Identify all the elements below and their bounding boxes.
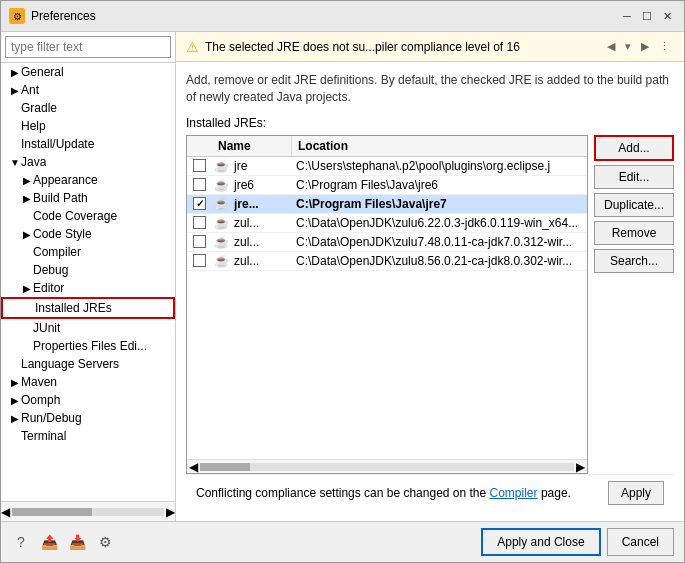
sidebar-item-gradle[interactable]: Gradle xyxy=(1,99,175,117)
checkbox-unchecked[interactable] xyxy=(193,178,206,191)
sidebar-item-help[interactable]: Help xyxy=(1,117,175,135)
add-jre-button[interactable]: Add... xyxy=(594,135,674,161)
jre-location: C:\Users\stephana\.p2\pool\plugins\org.e… xyxy=(292,157,587,175)
table-row[interactable]: ☕ jre6 C:\Program Files\Java\jre6 xyxy=(187,176,587,195)
sidebar-item-maven[interactable]: ▶ Maven xyxy=(1,373,175,391)
sidebar-item-label: Code Style xyxy=(33,227,92,241)
table-row[interactable]: ☕ zul... C:\Data\OpenJDK\zulu7.48.0.11-c… xyxy=(187,233,587,252)
row-checkbox[interactable] xyxy=(187,176,212,193)
sidebar-item-debug[interactable]: Debug xyxy=(1,261,175,279)
sidebar-item-label: Ant xyxy=(21,83,39,97)
compiler-link[interactable]: Compiler xyxy=(490,486,538,500)
jre-table: Name Location ☕ jre C:\Users\stephana\.p… xyxy=(186,135,588,474)
close-button[interactable]: ✕ xyxy=(658,7,676,25)
sidebar-item-java[interactable]: ▼ Java xyxy=(1,153,175,171)
sidebar-item-install-update[interactable]: Install/Update xyxy=(1,135,175,153)
checkbox-unchecked[interactable] xyxy=(193,235,206,248)
checkbox-unchecked[interactable] xyxy=(193,254,206,267)
title-bar-left: ⚙ Preferences xyxy=(9,8,96,24)
jre-table-header: Name Location xyxy=(187,136,587,157)
sidebar-item-compiler[interactable]: Compiler xyxy=(1,243,175,261)
nav-forward-button[interactable]: ▶ xyxy=(637,38,653,55)
bottom-left-icons: ? 📤 📥 ⚙ xyxy=(11,532,115,552)
sidebar-item-oomph[interactable]: ▶ Oomph xyxy=(1,391,175,409)
row-checkbox[interactable] xyxy=(187,157,212,174)
apply-button[interactable]: Apply xyxy=(608,481,664,505)
edit-jre-button[interactable]: Edit... xyxy=(594,165,674,189)
sidebar-item-properties-files[interactable]: Properties Files Edi... xyxy=(1,337,175,355)
filter-box xyxy=(1,32,175,63)
checkbox-checked[interactable]: ✓ xyxy=(193,197,206,210)
expand-arrow: ▶ xyxy=(21,229,33,240)
compliance-pre: Conflicting compliance settings can be c… xyxy=(196,486,490,500)
expand-arrow: ▶ xyxy=(9,395,21,406)
checkbox-unchecked[interactable] xyxy=(193,159,206,172)
jre-name: zul... xyxy=(230,252,292,270)
duplicate-jre-button[interactable]: Duplicate... xyxy=(594,193,674,217)
export-button[interactable]: 📤 xyxy=(39,532,59,552)
jre-icon: ☕ xyxy=(212,178,230,192)
jre-section: Installed JREs: Name Location xyxy=(186,116,674,474)
expand-arrow: ▼ xyxy=(9,157,21,168)
sidebar-item-installed-jres[interactable]: Installed JREs xyxy=(1,297,175,319)
filter-input[interactable] xyxy=(5,36,171,58)
sidebar-item-label: Java xyxy=(21,155,46,169)
sidebar-item-language-servers[interactable]: Language Servers xyxy=(1,355,175,373)
settings-button[interactable]: ⚙ xyxy=(95,532,115,552)
table-row[interactable]: ☕ zul... C:\Data\OpenJDK\zulu8.56.0.21-c… xyxy=(187,252,587,271)
nav-menu-button[interactable]: ▾ xyxy=(621,38,635,55)
jre-location: C:\Data\OpenJDK\zulu8.56.0.21-ca-jdk8.0.… xyxy=(292,252,587,270)
apply-and-close-button[interactable]: Apply and Close xyxy=(481,528,600,556)
nav-options-button[interactable]: ⋮ xyxy=(655,38,674,55)
help-button[interactable]: ? xyxy=(11,532,31,552)
nav-back-button[interactable]: ◀ xyxy=(603,38,619,55)
scroll-left-icon[interactable]: ◀ xyxy=(187,460,200,474)
maximize-button[interactable]: ☐ xyxy=(638,7,656,25)
title-buttons: ─ ☐ ✕ xyxy=(618,7,676,25)
cancel-button[interactable]: Cancel xyxy=(607,528,674,556)
minimize-button[interactable]: ─ xyxy=(618,7,636,25)
warning-text: The selected JRE does not su...piler com… xyxy=(205,40,597,54)
row-checkbox[interactable]: ✓ xyxy=(187,195,212,212)
sidebar-item-label: Maven xyxy=(21,375,57,389)
sidebar-item-build-path[interactable]: ▶ Build Path xyxy=(1,189,175,207)
scroll-right-icon[interactable]: ▶ xyxy=(166,505,175,519)
search-jre-button[interactable]: Search... xyxy=(594,249,674,273)
sidebar-item-run-debug[interactable]: ▶ Run/Debug xyxy=(1,409,175,427)
sidebar-item-junit[interactable]: JUnit xyxy=(1,319,175,337)
jre-name: jre xyxy=(230,157,292,175)
table-row[interactable]: ✓ ☕ jre... C:\Program Files\Java\jre7 xyxy=(187,195,587,214)
col-check xyxy=(187,136,212,156)
sidebar-item-appearance[interactable]: ▶ Appearance xyxy=(1,171,175,189)
jre-location: C:\Program Files\Java\jre6 xyxy=(292,176,587,194)
checkbox-unchecked[interactable] xyxy=(193,216,206,229)
import-button[interactable]: 📥 xyxy=(67,532,87,552)
bottom-right-buttons: Apply and Close Cancel xyxy=(481,528,674,556)
table-row[interactable]: ☕ jre C:\Users\stephana\.p2\pool\plugins… xyxy=(187,157,587,176)
sidebar-item-general[interactable]: ▶ General xyxy=(1,63,175,81)
sidebar-item-code-style[interactable]: ▶ Code Style xyxy=(1,225,175,243)
warning-icon: ⚠ xyxy=(186,39,199,55)
jre-table-body: ☕ jre C:\Users\stephana\.p2\pool\plugins… xyxy=(187,157,587,459)
panel-description: Add, remove or edit JRE definitions. By … xyxy=(186,72,674,106)
scroll-left-icon[interactable]: ◀ xyxy=(1,505,10,519)
jre-horizontal-scrollbar[interactable]: ◀ ▶ xyxy=(187,459,587,473)
table-row[interactable]: ☕ zul... C:\Data\OpenJDK\zulu6.22.0.3-jd… xyxy=(187,214,587,233)
remove-jre-button[interactable]: Remove xyxy=(594,221,674,245)
sidebar-item-label: Oomph xyxy=(21,393,60,407)
row-checkbox[interactable] xyxy=(187,252,212,269)
jre-name: zul... xyxy=(230,214,292,232)
sidebar-item-code-coverage[interactable]: Code Coverage xyxy=(1,207,175,225)
title-bar: ⚙ Preferences ─ ☐ ✕ xyxy=(1,1,684,32)
sidebar-item-editor[interactable]: ▶ Editor xyxy=(1,279,175,297)
row-checkbox[interactable] xyxy=(187,233,212,250)
scroll-right-icon[interactable]: ▶ xyxy=(574,460,587,474)
expand-arrow: ▶ xyxy=(9,85,21,96)
sidebar-item-ant[interactable]: ▶ Ant xyxy=(1,81,175,99)
preferences-icon: ⚙ xyxy=(9,8,25,24)
jre-action-buttons: Add... Edit... Duplicate... Remove Searc… xyxy=(594,135,674,474)
row-checkbox[interactable] xyxy=(187,214,212,231)
sidebar-scrollbar[interactable]: ◀ ▶ xyxy=(1,501,175,521)
sidebar-item-terminal[interactable]: Terminal xyxy=(1,427,175,445)
window-title: Preferences xyxy=(31,9,96,23)
